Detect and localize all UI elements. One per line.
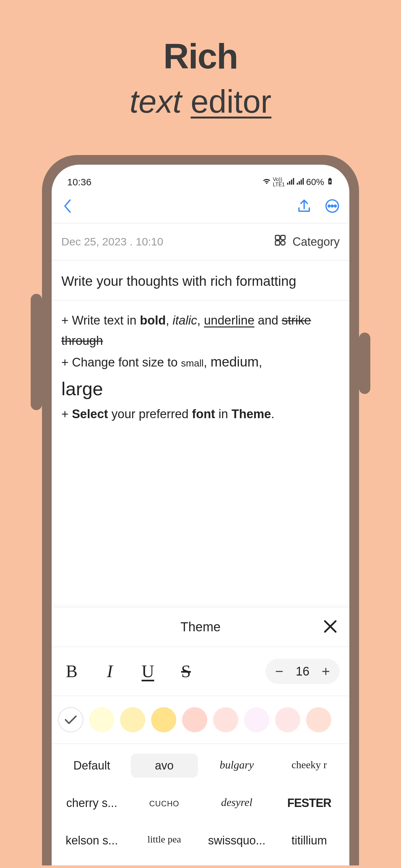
font-size-stepper: − 16 + <box>266 659 340 684</box>
color-swatch[interactable] <box>275 707 300 733</box>
status-right: Vo))LTE1 60% <box>263 177 334 188</box>
bold-button[interactable]: B <box>61 661 82 681</box>
meta-row: Dec 25, 2023 . 10:10 Category <box>52 223 349 260</box>
category-label: Category <box>292 235 340 249</box>
phone-frame: 10:36 Vo))LTE1 60% <box>42 155 359 865</box>
timestamp: Dec 25, 2023 . 10:10 <box>61 236 163 248</box>
font-option-titillium[interactable]: titillium <box>276 829 343 852</box>
phone-side-button-left <box>31 294 42 410</box>
decrease-size-button[interactable]: − <box>275 663 283 679</box>
svg-point-15 <box>281 241 285 245</box>
promo-title: Rich text editor <box>0 0 401 120</box>
svg-point-10 <box>331 205 333 207</box>
phone-side-button-right <box>359 333 370 394</box>
font-option-cucho[interactable]: cucho <box>131 791 198 815</box>
svg-rect-1 <box>289 181 290 185</box>
svg-rect-14 <box>275 241 280 245</box>
font-grid: Default avo bulgary cheeky r cherry s...… <box>52 744 349 852</box>
category-icon <box>274 234 287 250</box>
share-button[interactable] <box>297 198 312 215</box>
theme-panel: Theme B I U S − 16 + <box>52 607 349 865</box>
strikethrough-button[interactable]: S <box>176 661 196 681</box>
category-button[interactable]: Category <box>274 234 340 250</box>
svg-rect-7 <box>303 178 304 184</box>
svg-point-11 <box>335 205 336 207</box>
promo-line1: Rich <box>0 35 401 76</box>
format-row: B I U S − 16 + <box>52 647 349 696</box>
svg-rect-0 <box>287 183 288 185</box>
nav-bar <box>52 190 349 223</box>
svg-rect-12 <box>275 236 280 240</box>
color-swatch[interactable] <box>151 707 176 733</box>
font-option-littlepea[interactable]: little pea <box>131 829 198 852</box>
status-bar: 10:36 Vo))LTE1 60% <box>52 165 349 190</box>
color-swatch[interactable] <box>306 707 331 733</box>
font-option-desyrel[interactable]: desyrel <box>203 791 271 815</box>
phone-screen: 10:36 Vo))LTE1 60% <box>52 165 349 865</box>
font-option-fester[interactable]: FESTER <box>276 791 343 815</box>
color-swatch[interactable] <box>89 707 114 733</box>
battery-percent: 60% <box>306 177 324 187</box>
svg-rect-5 <box>299 181 300 185</box>
italic-button[interactable]: I <box>99 661 120 681</box>
more-button[interactable] <box>325 198 340 215</box>
svg-rect-13 <box>281 236 285 240</box>
svg-point-9 <box>328 205 330 207</box>
increase-size-button[interactable]: + <box>321 663 330 679</box>
font-option-bulgary[interactable]: bulgary <box>203 754 271 778</box>
font-option-kelson[interactable]: kelson s... <box>58 829 126 852</box>
theme-title: Theme <box>181 620 221 634</box>
color-swatch[interactable] <box>120 707 145 733</box>
wifi-icon <box>263 177 271 188</box>
color-swatch[interactable] <box>182 707 207 733</box>
svg-rect-6 <box>301 180 302 185</box>
font-size-value: 16 <box>296 664 309 678</box>
note-title-input[interactable]: Write your thoughts with rich formatting <box>52 260 349 301</box>
color-row <box>52 696 349 744</box>
font-option-default[interactable]: Default <box>58 754 126 778</box>
promo-line2: text editor <box>0 83 401 120</box>
color-swatch[interactable] <box>244 707 269 733</box>
close-button[interactable] <box>322 618 338 636</box>
font-option-cheeky[interactable]: cheeky r <box>276 754 343 778</box>
back-button[interactable] <box>61 198 73 215</box>
svg-rect-3 <box>293 178 294 184</box>
font-option-avo[interactable]: avo <box>131 754 198 778</box>
svg-rect-4 <box>297 183 298 185</box>
battery-icon <box>326 177 334 187</box>
color-swatch[interactable] <box>213 707 238 733</box>
underline-button[interactable]: U <box>137 661 158 681</box>
font-option-swissquo[interactable]: swissquo... <box>203 829 271 852</box>
svg-rect-2 <box>291 180 292 185</box>
signal-icon <box>287 177 295 187</box>
editor-body[interactable]: + Write text in bold, italic, underline … <box>52 301 349 434</box>
signal-icon-2 <box>297 177 304 187</box>
status-time: 10:36 <box>67 177 91 188</box>
color-swatch-selected[interactable] <box>58 707 83 733</box>
font-option-cherry[interactable]: cherry s... <box>58 791 126 815</box>
